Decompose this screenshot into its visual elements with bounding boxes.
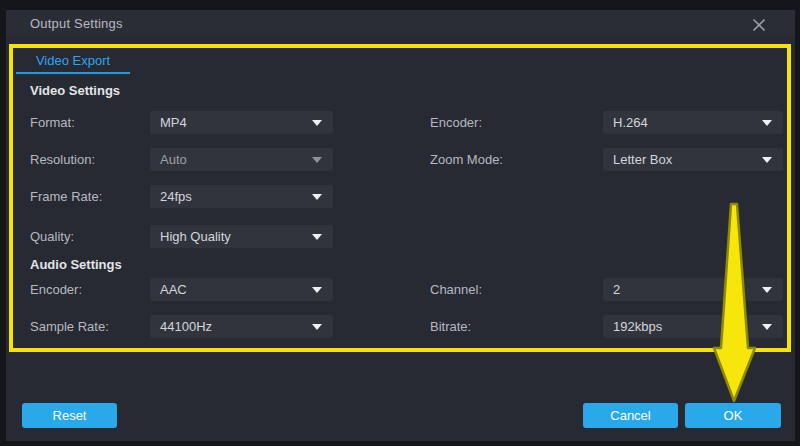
chevron-down-icon [762, 324, 772, 330]
chevron-down-icon [762, 287, 772, 293]
video-encoder-dropdown[interactable]: H.264 [603, 111, 783, 134]
quality-dropdown[interactable]: High Quality [150, 225, 333, 248]
titlebar: Output Settings [6, 10, 795, 37]
format-label: Format: [30, 111, 75, 134]
chevron-down-icon [312, 157, 322, 163]
zoom-mode-value: Letter Box [613, 152, 672, 167]
chevron-down-icon [762, 120, 772, 126]
ok-button[interactable]: OK [685, 403, 781, 428]
chevron-down-icon [312, 324, 322, 330]
audio-encoder-label: Encoder: [30, 278, 82, 301]
channel-value: 2 [613, 282, 620, 297]
quality-label: Quality: [30, 225, 74, 248]
chevron-down-icon [762, 157, 772, 163]
quality-value: High Quality [160, 229, 231, 244]
output-settings-dialog: Output Settings Video Export Video Setti… [6, 10, 795, 441]
tab-video-export-label: Video Export [36, 53, 110, 68]
frame-rate-value: 24fps [160, 189, 192, 204]
video-settings-heading: Video Settings [30, 83, 120, 98]
audio-encoder-value: AAC [160, 282, 187, 297]
channel-dropdown[interactable]: 2 [603, 278, 783, 301]
format-value: MP4 [160, 115, 187, 130]
zoom-mode-label: Zoom Mode: [430, 148, 503, 171]
format-dropdown[interactable]: MP4 [150, 111, 333, 134]
video-encoder-value: H.264 [613, 115, 648, 130]
chevron-down-icon [312, 287, 322, 293]
audio-settings-heading: Audio Settings [30, 257, 122, 272]
bitrate-label: Bitrate: [430, 315, 471, 338]
chevron-down-icon [312, 194, 322, 200]
resolution-value: Auto [160, 152, 187, 167]
tab-video-export[interactable]: Video Export [16, 51, 130, 74]
chevron-down-icon [312, 120, 322, 126]
close-icon [751, 17, 767, 33]
bitrate-dropdown[interactable]: 192kbps [603, 315, 783, 338]
frame-rate-dropdown[interactable]: 24fps [150, 185, 333, 208]
bitrate-value: 192kbps [613, 319, 662, 334]
sample-rate-value: 44100Hz [160, 319, 212, 334]
sample-rate-dropdown[interactable]: 44100Hz [150, 315, 333, 338]
channel-label: Channel: [430, 278, 482, 301]
frame-rate-label: Frame Rate: [30, 185, 102, 208]
reset-button[interactable]: Reset [22, 403, 117, 428]
resolution-dropdown[interactable]: Auto [150, 148, 333, 171]
cancel-button[interactable]: Cancel [583, 403, 678, 428]
close-button[interactable] [748, 14, 770, 36]
zoom-mode-dropdown[interactable]: Letter Box [603, 148, 783, 171]
sample-rate-label: Sample Rate: [30, 315, 109, 338]
video-encoder-label: Encoder: [430, 111, 482, 134]
dialog-title: Output Settings [30, 16, 123, 31]
chevron-down-icon [312, 234, 322, 240]
audio-encoder-dropdown[interactable]: AAC [150, 278, 333, 301]
resolution-label: Resolution: [30, 148, 95, 171]
